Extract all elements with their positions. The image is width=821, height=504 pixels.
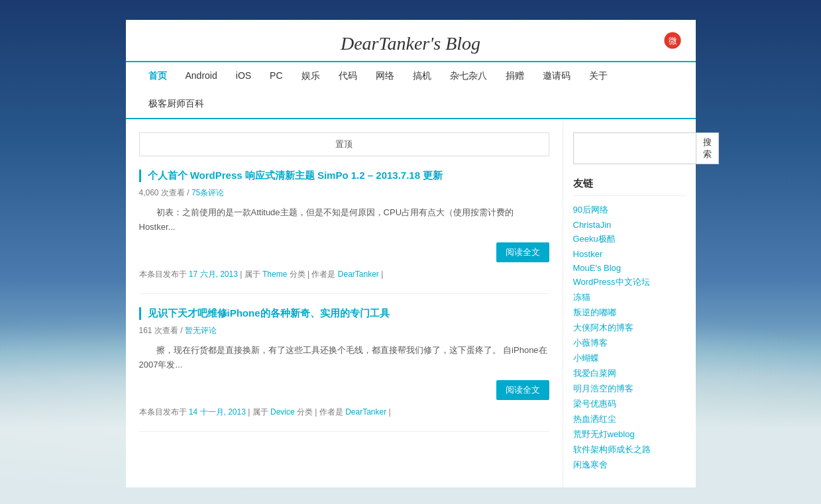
link-item[interactable]: WordPress中文论坛 [573, 276, 686, 288]
nav-link[interactable]: iOS [227, 62, 260, 89]
search-input[interactable] [573, 132, 696, 164]
link-item[interactable]: 小蝴蝶 [573, 352, 686, 364]
friend-link[interactable]: 小薇博客 [573, 338, 608, 348]
friend-link[interactable]: Geeku极酷 [573, 234, 616, 244]
nav-link[interactable]: 捐赠 [496, 62, 533, 90]
link-item[interactable]: Hostker [573, 248, 686, 259]
post-excerpt: 初表：之前使用的是一款Attitude主题，但是不知是何原因，CPU占用有点大（… [139, 205, 549, 234]
nav-item-捐赠[interactable]: 捐赠 [496, 62, 533, 90]
friend-link[interactable]: MouE's Blog [573, 263, 622, 273]
read-more-button[interactable]: 阅读全文 [496, 242, 549, 262]
nav-item-代码[interactable]: 代码 [329, 62, 366, 90]
nav-link[interactable]: 搞机 [404, 62, 441, 90]
link-item[interactable]: 小薇博客 [573, 337, 686, 349]
post-category-link[interactable]: Device [270, 407, 295, 417]
main-content: 置顶 个人首个 WordPress 响应式清新主题 SimPo 1.2 – 20… [126, 119, 563, 487]
post-title-bar: 个人首个 WordPress 响应式清新主题 SimPo 1.2 – 2013.… [139, 170, 549, 182]
post-date-link[interactable]: 14 十一月, 2013 [189, 407, 246, 417]
friends-title: 友链 [573, 177, 686, 196]
friend-link[interactable]: 叛逆的嘟嘟 [573, 307, 616, 317]
link-item[interactable]: 冻猫 [573, 291, 686, 303]
friends-section: 友链 90后网络ChristaJinGeeku极酷HostkerMouE's B… [573, 177, 686, 471]
link-item[interactable]: 热血洒红尘 [573, 413, 686, 425]
link-item[interactable]: 大侠阿木的博客 [573, 322, 686, 334]
nav-link[interactable]: Android [176, 62, 227, 89]
post-footer: 本条目发布于 17 六月, 2013 | 属于 Theme 分类 | 作者是 D… [139, 269, 549, 280]
friend-link[interactable]: WordPress中文论坛 [573, 277, 650, 287]
nav-link[interactable]: 极客厨师百科 [139, 90, 213, 118]
nav-item-邀请码[interactable]: 邀请码 [533, 62, 580, 90]
read-more-button[interactable]: 阅读全文 [496, 380, 549, 400]
link-item[interactable]: 90后网络 [573, 204, 686, 216]
friend-link[interactable]: 明月浩空的博客 [573, 383, 633, 393]
post-title-link[interactable]: 个人首个 WordPress 响应式清新主题 SimPo 1.2 – 2013.… [148, 170, 443, 181]
friend-link[interactable]: 冻猫 [573, 292, 590, 302]
nav-item-iOS[interactable]: iOS [227, 62, 260, 90]
friend-link[interactable]: 我爱白菜网 [573, 368, 616, 378]
post-date-link[interactable]: 17 六月, 2013 [189, 270, 238, 279]
post-meta: 161 次查看 / 暂无评论 [139, 325, 549, 336]
nav-link[interactable]: PC [260, 62, 292, 89]
nav-link[interactable]: 关于 [580, 62, 617, 90]
post-item: 见识下天才吧维修iPhone的各种新奇、实用的专门工具 161 次查看 / 暂无… [139, 307, 549, 432]
post-footer: 本条目发布于 14 十一月, 2013 | 属于 Device 分类 | 作者是… [139, 407, 549, 418]
post-title-link[interactable]: 见识下天才吧维修iPhone的各种新奇、实用的专门工具 [148, 307, 390, 319]
post-meta: 4,060 次查看 / 75条评论 [139, 187, 549, 199]
link-item[interactable]: Geeku极酷 [573, 233, 686, 245]
nav-item-杂七杂八[interactable]: 杂七杂八 [441, 62, 496, 90]
post-views: 4,060 次查看 [139, 188, 185, 197]
nav-link[interactable]: 首页 [139, 62, 176, 90]
main-nav: 首页AndroidiOSPC娱乐代码网络搞机杂七杂八捐赠邀请码关于极客厨师百科 [126, 62, 696, 119]
link-item[interactable]: 梁号优惠码 [573, 398, 686, 410]
link-item[interactable]: 明月浩空的博客 [573, 383, 686, 395]
post-item: 个人首个 WordPress 响应式清新主题 SimPo 1.2 – 2013.… [139, 170, 549, 294]
friend-link[interactable]: Hostker [573, 249, 603, 259]
weibo-icon[interactable]: 微 [663, 30, 683, 50]
link-item[interactable]: 叛逆的嘟嘟 [573, 307, 686, 319]
nav-link[interactable]: 网络 [366, 62, 404, 90]
link-item[interactable]: 软件架构师成长之路 [573, 444, 686, 456]
link-item[interactable]: 闲逸寒舍 [573, 459, 686, 471]
friend-link[interactable]: 90后网络 [573, 205, 608, 215]
nav-item-PC[interactable]: PC [260, 62, 292, 90]
post-excerpt: 擦，现在行货都是直接换新，有了这些工具还换个毛线，都直接帮我们修了，这下蛋疼了。… [139, 343, 549, 372]
link-item[interactable]: MouE's Blog [573, 262, 686, 273]
post-author-link[interactable]: DearTanker [345, 407, 386, 417]
nav-item-搞机[interactable]: 搞机 [404, 62, 441, 90]
site-title: DearTanker's Blog [126, 33, 696, 54]
nav-link[interactable]: 娱乐 [292, 62, 329, 90]
post-comments-link[interactable]: 75条评论 [192, 188, 224, 197]
nav-item-网络[interactable]: 网络 [366, 62, 404, 90]
friend-link[interactable]: ChristaJin [573, 220, 612, 230]
post-views: 161 次查看 [139, 326, 178, 335]
friend-link[interactable]: 梁号优惠码 [573, 399, 616, 409]
nav-item-Android[interactable]: Android [176, 62, 227, 90]
friend-link[interactable]: 大侠阿木的博客 [573, 323, 633, 332]
friend-link[interactable]: 热血洒红尘 [573, 414, 616, 424]
weibo-link[interactable]: 微 [663, 30, 683, 50]
nav-link[interactable]: 邀请码 [533, 62, 580, 90]
post-author-link[interactable]: DearTanker [338, 270, 379, 279]
nav-item-首页[interactable]: 首页 [139, 62, 176, 90]
link-item[interactable]: 荒野无灯weblog [573, 428, 686, 440]
search-button[interactable]: 搜索 [696, 132, 719, 164]
friend-link[interactable]: 荒野无灯weblog [573, 429, 635, 439]
post-category-link[interactable]: Theme [262, 270, 287, 279]
nav-link[interactable]: 代码 [329, 62, 366, 90]
nav-link[interactable]: 杂七杂八 [441, 62, 496, 90]
search-box: 搜索 [573, 132, 686, 164]
svg-text:微: 微 [668, 36, 677, 46]
nav-item-娱乐[interactable]: 娱乐 [292, 62, 329, 90]
link-item[interactable]: ChristaJin [573, 219, 686, 230]
nav-item-极客厨师百科[interactable]: 极客厨师百科 [139, 90, 213, 118]
post-comments-link[interactable]: 暂无评论 [185, 326, 217, 335]
sidebar: 搜索 友链 90后网络ChristaJinGeeku极酷HostkerMouE'… [563, 119, 696, 487]
nav-item-关于[interactable]: 关于 [580, 62, 617, 90]
friend-link[interactable]: 闲逸寒舍 [573, 460, 608, 470]
friend-link[interactable]: 小蝴蝶 [573, 353, 599, 363]
link-item[interactable]: 我爱白菜网 [573, 368, 686, 379]
post-title-bar: 见识下天才吧维修iPhone的各种新奇、实用的专门工具 [139, 307, 549, 320]
friend-link[interactable]: 软件架构师成长之路 [573, 444, 651, 454]
pinned-banner: 置顶 [139, 132, 549, 156]
